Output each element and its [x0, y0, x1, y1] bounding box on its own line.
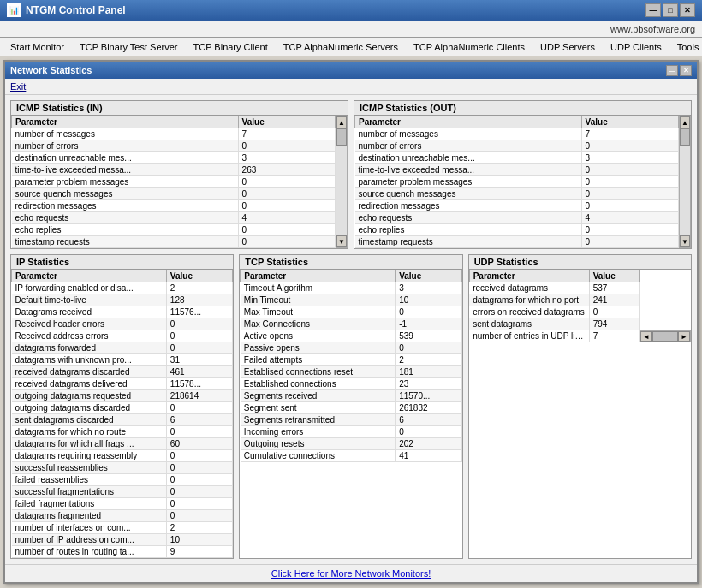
- ns-close-button[interactable]: ✕: [680, 65, 692, 76]
- tcp-stats-table: Parameter Value Timeout Algorithm3Min Ti…: [240, 270, 461, 462]
- value-cell: 7: [589, 330, 639, 342]
- ns-minimize-button[interactable]: —: [666, 65, 678, 76]
- param-cell: Max Connections: [241, 318, 396, 330]
- param-cell: Established connections: [241, 378, 396, 390]
- value-cell: 128: [166, 294, 233, 306]
- ns-menu: Exit: [5, 79, 697, 95]
- param-cell: Cumulative connections: [241, 450, 396, 462]
- value-cell: 10: [166, 534, 233, 546]
- table-row: echo replies0: [12, 224, 336, 236]
- param-cell: Segment sent: [241, 402, 396, 414]
- param-cell: Datagrams received: [12, 306, 167, 318]
- menu-tcp-binary-client[interactable]: TCP Binary Client: [187, 40, 275, 54]
- icmp-out-title: ICMP Statistics (OUT): [354, 101, 691, 116]
- table-row: number of messages7: [12, 128, 336, 140]
- icmp-out-scrollbar[interactable]: ▲ ▼: [679, 116, 691, 248]
- table-row: Established connections23: [241, 378, 461, 390]
- param-cell: Active opens: [241, 330, 396, 342]
- param-cell: destination unreachable mes...: [12, 152, 239, 164]
- param-cell: Segments retransmitted: [241, 414, 396, 426]
- value-cell: 461: [166, 366, 233, 378]
- table-row: Incoming errors0: [241, 426, 461, 438]
- value-cell: 6: [166, 414, 233, 426]
- param-cell: Min Timeout: [241, 294, 396, 306]
- param-cell: datagrams for which no route: [12, 426, 167, 438]
- icmp-out-scroll-up[interactable]: ▲: [680, 116, 690, 128]
- value-cell: 0: [166, 510, 233, 522]
- value-cell: 539: [396, 330, 462, 342]
- menu-udp-clients[interactable]: UDP Clients: [604, 40, 669, 54]
- udp-scroll-track: [652, 331, 678, 342]
- udp-scrollbar-h[interactable]: ◄ ►: [640, 330, 691, 342]
- menu-start-monitor[interactable]: Start Monitor: [3, 40, 71, 54]
- param-cell: failed reassemblies: [12, 474, 167, 486]
- minimize-button[interactable]: —: [645, 3, 661, 17]
- network-statistics-window: Network Statistics — ✕ Exit ICMP Statist…: [3, 60, 699, 584]
- menu-udp-servers[interactable]: UDP Servers: [533, 40, 602, 54]
- table-row: Cumulative connections41: [241, 450, 461, 462]
- param-cell: sent datagrams: [469, 318, 589, 330]
- menu-tcp-alphanumeric-servers[interactable]: TCP AlphaNumeric Servers: [277, 40, 405, 54]
- param-cell: failed fragmentations: [12, 498, 167, 510]
- param-cell: datagrams with unknown pro...: [12, 354, 167, 366]
- menu-tools[interactable]: Tools: [670, 40, 702, 54]
- icmp-in-title: ICMP Statistics (IN): [11, 101, 348, 116]
- icmp-in-table: Parameter Value number of messages7numbe…: [11, 116, 336, 248]
- value-cell: 0: [238, 140, 335, 152]
- ns-title: Network Statistics: [10, 65, 92, 75]
- udp-scroll-right[interactable]: ►: [678, 331, 690, 342]
- udp-scroll-thumb-h[interactable]: [652, 331, 678, 342]
- value-cell: 261832: [396, 402, 462, 414]
- value-cell: -1: [396, 318, 462, 330]
- table-row: Max Timeout0: [241, 306, 461, 318]
- icmp-in-scrollbar[interactable]: ▲ ▼: [336, 116, 348, 248]
- param-cell: Max Timeout: [241, 306, 396, 318]
- close-button[interactable]: ✕: [680, 3, 695, 17]
- value-cell: 0: [238, 188, 335, 200]
- table-row: number of entries in UDP list...7: [469, 330, 639, 342]
- value-cell: 181: [396, 366, 462, 378]
- ns-title-buttons: — ✕: [666, 65, 692, 76]
- value-cell: 60: [166, 438, 233, 450]
- udp-stats-table-inner: Parameter Value received datagrams537dat…: [469, 270, 640, 342]
- param-cell: destination unreachable mes...: [355, 152, 582, 164]
- param-cell: timestamp requests: [355, 236, 582, 248]
- tcp-stats-table-inner: Parameter Value Timeout Algorithm3Min Ti…: [240, 270, 461, 462]
- value-cell: 3: [581, 152, 678, 164]
- table-row: Segment sent261832: [241, 402, 461, 414]
- app-icon: 📊: [7, 3, 21, 17]
- menu-tcp-binary-test-server[interactable]: TCP Binary Test Server: [73, 40, 185, 54]
- table-row: datagrams forwarded0: [12, 342, 233, 354]
- table-row: errors on received datagrams0: [469, 306, 639, 318]
- table-row: Max Connections-1: [241, 318, 461, 330]
- table-row: Establised connections reset181: [241, 366, 461, 378]
- icmp-out-col-param: Parameter: [355, 116, 582, 128]
- ip-stats-panel: IP Statistics Parameter Value: [10, 254, 234, 559]
- table-row: redirection messages0: [355, 200, 679, 212]
- param-cell: received datagrams delivered: [12, 378, 167, 390]
- icmp-in-scroll-up[interactable]: ▲: [336, 116, 347, 128]
- param-cell: Incoming errors: [241, 426, 396, 438]
- menu-tcp-alphanumeric-clients[interactable]: TCP AlphaNumeric Clients: [407, 40, 532, 54]
- table-row: Received header errors0: [12, 318, 233, 330]
- value-cell: 0: [238, 236, 335, 248]
- maximize-button[interactable]: □: [663, 3, 678, 17]
- exit-link[interactable]: Exit: [10, 81, 26, 92]
- icmp-out-scroll-thumb[interactable]: [680, 128, 690, 146]
- param-cell: Timeout Algorithm: [241, 282, 396, 294]
- param-cell: number of routes in routing ta...: [12, 546, 167, 558]
- param-cell: echo replies: [355, 224, 582, 236]
- param-cell: successful reassemblies: [12, 462, 167, 474]
- param-cell: datagrams for which all frags ...: [12, 438, 167, 450]
- param-cell: datagrams requiring reassembly: [12, 450, 167, 462]
- icmp-in-scroll-thumb[interactable]: [336, 128, 347, 146]
- param-cell: time-to-live exceeded messa...: [12, 164, 239, 176]
- value-cell: 0: [166, 402, 233, 414]
- more-monitors-link[interactable]: Click Here for More Network Monitors!: [271, 568, 431, 579]
- tcp-stats-panel: TCP Statistics Parameter Value: [239, 254, 462, 559]
- udp-scroll-left[interactable]: ◄: [640, 331, 652, 342]
- icmp-out-scroll-down[interactable]: ▼: [680, 235, 690, 247]
- table-row: Active opens539: [241, 330, 461, 342]
- param-cell: Failed attempts: [241, 354, 396, 366]
- icmp-in-scroll-down[interactable]: ▼: [336, 235, 347, 247]
